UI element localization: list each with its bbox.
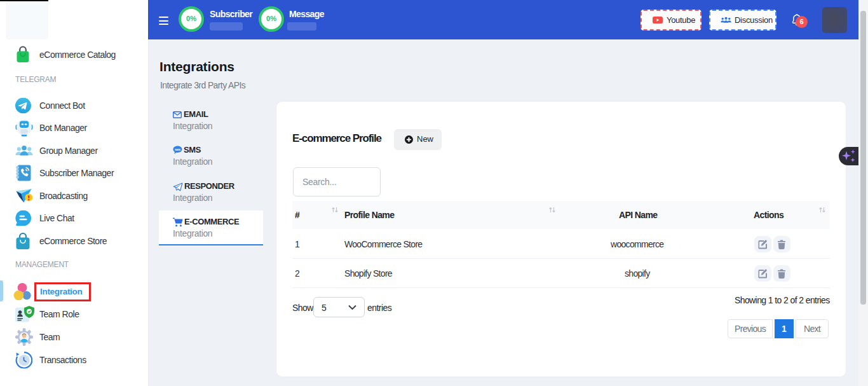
- svg-text:SMS: SMS: [175, 148, 180, 151]
